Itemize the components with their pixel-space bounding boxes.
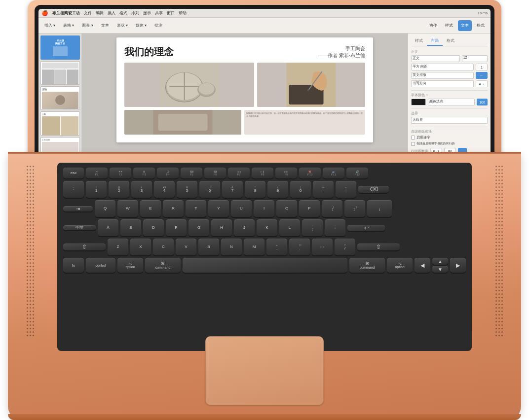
key-k[interactable]: K	[257, 219, 277, 236]
key-0[interactable]: )0	[290, 181, 311, 198]
toolbar-text-btn[interactable]: 文本	[98, 20, 112, 31]
key-option-left[interactable]: ⌥option	[117, 258, 143, 273]
key-5[interactable]: %5	[177, 181, 197, 198]
key-f5[interactable]: ⌨F5	[181, 168, 202, 178]
panel-tab-style[interactable]: 样式	[411, 36, 427, 46]
key-minus[interactable]: —-	[313, 181, 334, 198]
thumb-2[interactable]	[40, 61, 80, 85]
key-b[interactable]: B	[198, 239, 219, 255]
thumb-3[interactable]: 泥釉	[40, 86, 80, 110]
key-n[interactable]: N	[221, 239, 242, 255]
key-1[interactable]: !1	[86, 181, 107, 198]
line-height-value[interactable]: 1	[476, 64, 488, 70]
color-opacity-btn[interactable]: 100	[477, 99, 488, 105]
key-s[interactable]: S	[120, 219, 141, 236]
key-j[interactable]: J	[234, 219, 255, 236]
key-i[interactable]: I	[254, 200, 274, 217]
thumb-1[interactable]: 布兰德陶瓷工坊	[40, 35, 80, 60]
key-e[interactable]: E	[140, 200, 161, 217]
menubar-arrange[interactable]: 排列	[131, 10, 139, 16]
key-arrow-up[interactable]: ▲	[432, 258, 448, 265]
key-2[interactable]: @2	[109, 181, 129, 198]
key-capslock[interactable]: 中/英	[63, 225, 96, 230]
key-option-right[interactable]: ⌥option	[387, 258, 413, 273]
menubar-view[interactable]: 显示	[143, 10, 151, 16]
toolbar-media-btn[interactable]: 媒体 ▾	[133, 20, 150, 31]
key-quote[interactable]: "'	[325, 219, 345, 236]
font-size-select[interactable]: 12	[462, 55, 488, 62]
key-u[interactable]: U	[231, 200, 252, 217]
key-9[interactable]: (9	[267, 181, 288, 198]
menubar-help[interactable]: 帮助	[179, 10, 187, 16]
border-type-select[interactable]: 无边界	[411, 117, 488, 124]
menubar-edit[interactable]: 编辑	[96, 10, 104, 16]
key-y[interactable]: Y	[208, 200, 229, 217]
key-f2[interactable]: ☀☀F2	[110, 168, 131, 178]
key-m[interactable]: M	[244, 239, 264, 255]
color-type-select[interactable]: 颜色填充	[428, 99, 475, 105]
key-q[interactable]: Q	[95, 200, 115, 217]
key-f1[interactable]: ☀F1	[86, 168, 108, 178]
apple-menu[interactable]: 🍎	[41, 10, 48, 16]
key-8[interactable]: *8	[245, 181, 265, 198]
align-value[interactable]: ←	[476, 72, 488, 79]
menubar-app[interactable]: 布兰德陶瓷工坊	[52, 10, 80, 16]
key-f8[interactable]: ▷❙F8	[252, 168, 273, 178]
panel-tab-format[interactable]: 格式	[443, 36, 458, 46]
key-slash[interactable]: ?/	[335, 239, 355, 255]
key-f11[interactable]: 🔉F11	[323, 168, 344, 178]
toolbar-chart-btn[interactable]: 图表 ▾	[79, 20, 96, 31]
key-3[interactable]: #3	[131, 181, 152, 198]
key-rshift[interactable]: ⇧	[357, 244, 400, 250]
key-lbracket[interactable]: 「{【	[322, 200, 342, 217]
key-command-right[interactable]: ⌘command	[349, 258, 385, 273]
key-space[interactable]	[183, 258, 347, 273]
key-comma[interactable]: «,	[266, 239, 287, 255]
toolbar-table-btn[interactable]: 表格 ▾	[60, 20, 77, 31]
spacing-checkbox[interactable]	[411, 142, 415, 146]
key-v[interactable]: V	[176, 239, 196, 255]
key-4[interactable]: ¥$4	[154, 181, 175, 198]
key-arrow-left[interactable]: ◀	[415, 258, 430, 273]
key-arrow-right[interactable]: ▶	[450, 258, 466, 273]
font-color-swatch[interactable]	[411, 99, 426, 105]
menubar-window[interactable]: 窗口	[167, 10, 175, 16]
key-d[interactable]: D	[143, 219, 164, 236]
key-7[interactable]: &7	[222, 181, 243, 198]
key-p[interactable]: P	[299, 200, 320, 217]
key-arrow-down[interactable]: ▼	[432, 266, 448, 273]
key-g[interactable]: G	[189, 219, 209, 236]
key-rbracket[interactable]: 」}】	[344, 200, 365, 217]
key-a[interactable]: A	[98, 219, 118, 236]
menubar-file[interactable]: 文件	[84, 10, 92, 16]
key-l[interactable]: L	[279, 219, 300, 236]
key-c[interactable]: C	[153, 239, 174, 255]
key-command-left[interactable]: ⌘command	[145, 258, 181, 273]
key-tab[interactable]: ⇥	[63, 206, 93, 211]
key-r[interactable]: R	[163, 200, 184, 217]
direction-select[interactable]: 书写方向	[411, 80, 474, 87]
key-t[interactable]: T	[186, 200, 206, 217]
key-period[interactable]: 《<.	[289, 239, 310, 255]
ligature-checkbox[interactable]	[411, 136, 415, 140]
key-return[interactable]: ↩	[347, 225, 385, 231]
key-f12[interactable]: 🔊F12	[346, 168, 368, 178]
key-f9[interactable]: ▷▷F9	[275, 168, 297, 178]
tab-style[interactable]: 样式	[442, 20, 456, 31]
panel-tab-text[interactable]: 布局	[427, 36, 443, 46]
thumb-4[interactable]: 上釉	[40, 111, 80, 135]
trackpad[interactable]	[205, 336, 324, 405]
key-f4[interactable]: ❏F4	[157, 168, 179, 178]
key-x[interactable]: X	[130, 239, 151, 255]
font-style-select[interactable]: 平方 间距	[411, 64, 474, 70]
key-esc[interactable]: esc	[63, 168, 84, 178]
tab-geshi[interactable]: 格式	[474, 20, 488, 31]
toolbar-comment-btn[interactable]: 批注	[151, 20, 165, 31]
key-o[interactable]: O	[276, 200, 297, 217]
key-z[interactable]: Z	[108, 239, 128, 255]
key-w[interactable]: W	[117, 200, 138, 217]
toolbar-shape-btn[interactable]: 形状 ▾	[114, 20, 131, 31]
key-f6[interactable]: ⌨F6	[204, 168, 226, 178]
menubar-format[interactable]: 格式	[119, 10, 127, 16]
key-fn[interactable]: fn	[63, 258, 84, 273]
